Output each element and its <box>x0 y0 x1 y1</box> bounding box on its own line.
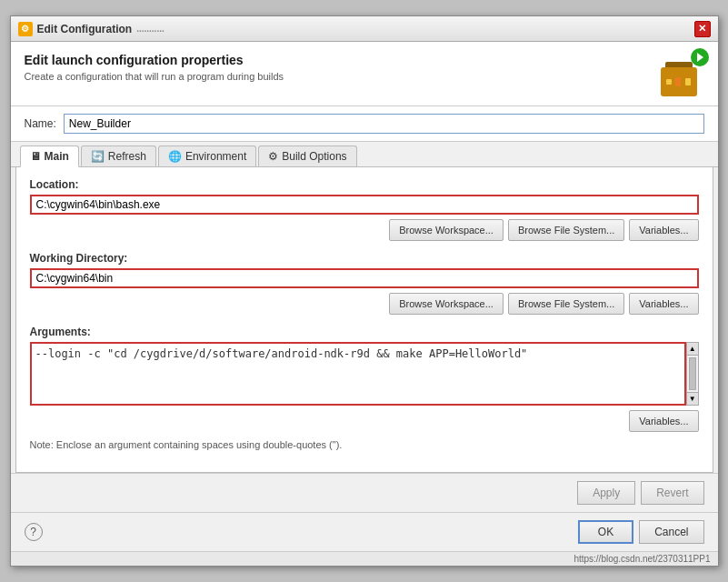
header: Edit launch configuration properties Cre… <box>11 42 718 106</box>
tab-environment-label: Environment <box>185 150 246 163</box>
tab-bar: 🖥 Main 🔄 Refresh 🌐 Environment ⚙ Build O… <box>11 142 718 167</box>
arguments-buttons: Variables... <box>30 410 699 432</box>
working-directory-group: Working Directory: Browse Workspace... B… <box>30 252 699 315</box>
tab-content: Location: Browse Workspace... Browse Fil… <box>15 167 713 473</box>
environment-tab-icon: 🌐 <box>168 150 182 163</box>
tab-build-options-label: Build Options <box>282 150 346 163</box>
scrollbar-down-button[interactable]: ▼ <box>687 392 698 405</box>
titlebar-left: ⚙ Edit Configuration ........... <box>18 22 165 36</box>
arguments-group: Arguments: --login -c "cd /cygdrive/d/so… <box>30 326 699 450</box>
location-variables-button[interactable]: Variables... <box>629 219 698 241</box>
close-button[interactable]: ✕ <box>694 21 711 37</box>
name-row: Name: <box>11 106 718 142</box>
tool-icon-2 <box>675 77 681 86</box>
toolbox-icon <box>661 67 697 96</box>
tab-main[interactable]: 🖥 Main <box>20 146 79 167</box>
arguments-note: Note: Enclose an argument containing spa… <box>30 439 699 450</box>
main-window: ⚙ Edit Configuration ........... ✕ Edit … <box>10 15 719 567</box>
header-icon-area <box>661 53 704 96</box>
play-circle-icon <box>691 48 709 66</box>
working-directory-input[interactable] <box>30 268 699 288</box>
name-input[interactable] <box>64 114 704 134</box>
tab-build-options[interactable]: ⚙ Build Options <box>258 146 356 166</box>
tab-refresh-label: Refresh <box>108 150 146 163</box>
location-browse-filesystem-button[interactable]: Browse File System... <box>508 219 624 241</box>
scrollbar-up-button[interactable]: ▲ <box>687 343 698 356</box>
header-subtitle: Create a configuration that will run a p… <box>25 71 284 82</box>
tab-environment[interactable]: 🌐 Environment <box>158 146 256 166</box>
arguments-variables-button[interactable]: Variables... <box>629 410 698 432</box>
name-label: Name: <box>25 117 56 130</box>
workdir-variables-button[interactable]: Variables... <box>629 293 698 315</box>
working-directory-buttons: Browse Workspace... Browse File System..… <box>30 293 699 315</box>
working-directory-label: Working Directory: <box>30 252 699 265</box>
cancel-button[interactable]: Cancel <box>639 520 703 544</box>
tool-icon-1 <box>666 79 672 85</box>
workdir-browse-workspace-button[interactable]: Browse Workspace... <box>389 293 504 315</box>
arguments-scrollbar[interactable]: ▲ ▼ <box>686 342 699 406</box>
tab-refresh[interactable]: 🔄 Refresh <box>81 146 156 166</box>
location-input[interactable] <box>30 195 699 215</box>
titlebar: ⚙ Edit Configuration ........... ✕ <box>11 16 718 42</box>
window-icon: ⚙ <box>18 22 33 36</box>
apply-button[interactable]: Apply <box>577 481 635 505</box>
ok-button[interactable]: OK <box>578 520 633 544</box>
footer: ? OK Cancel <box>11 512 718 551</box>
location-label: Location: <box>30 178 699 191</box>
location-browse-workspace-button[interactable]: Browse Workspace... <box>389 219 504 241</box>
header-title: Edit launch configuration properties <box>25 53 284 67</box>
tab-main-label: Main <box>45 150 69 163</box>
help-button[interactable]: ? <box>25 523 43 541</box>
refresh-tab-icon: 🔄 <box>91 150 105 163</box>
arguments-textarea[interactable]: --login -c "cd /cygdrive/d/software/andr… <box>30 342 686 406</box>
location-buttons: Browse Workspace... Browse File System..… <box>30 219 699 241</box>
play-arrow-icon <box>697 53 703 62</box>
header-text: Edit launch configuration properties Cre… <box>25 53 284 82</box>
apply-revert-bar: Apply Revert <box>11 473 718 512</box>
revert-button[interactable]: Revert <box>641 481 703 505</box>
scrollbar-thumb[interactable] <box>689 357 696 390</box>
arguments-area: --login -c "cd /cygdrive/d/software/andr… <box>30 342 699 406</box>
arguments-label: Arguments: <box>30 326 699 338</box>
footer-buttons: OK Cancel <box>578 520 704 544</box>
workdir-browse-filesystem-button[interactable]: Browse File System... <box>508 293 624 315</box>
tool-icon-3 <box>685 78 691 85</box>
location-group: Location: Browse Workspace... Browse Fil… <box>30 178 699 241</box>
toolbox-container <box>661 67 697 96</box>
titlebar-dots: ........... <box>136 24 165 34</box>
window-title: Edit Configuration <box>37 23 133 35</box>
url-bar: https://blog.csdn.net/2370311PP1 <box>11 551 718 566</box>
build-options-tab-icon: ⚙ <box>268 150 278 163</box>
main-tab-icon: 🖥 <box>30 150 41 163</box>
